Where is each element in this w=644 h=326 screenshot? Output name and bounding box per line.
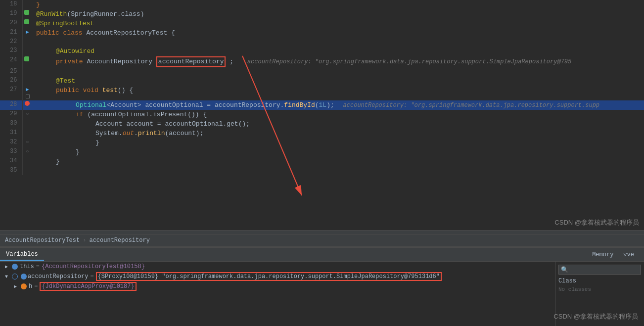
var-value-h: {JdkDynamicAopProxy@10187} (40, 282, 136, 291)
code-line[interactable]: private AccountRepository accountReposit… (32, 56, 644, 67)
gutter-cell (22, 157, 32, 166)
table-row: 18 } (0, 0, 644, 9)
code-line[interactable]: @Test (32, 76, 644, 86)
table-row: 35 (0, 166, 644, 175)
gutter-cell (22, 9, 32, 19)
fold-icon2: ○ (26, 140, 29, 145)
var-label-h: h (29, 283, 32, 290)
code-line[interactable]: public class AccountRepositoryTest { (32, 28, 644, 38)
line-number: 18 (0, 0, 22, 9)
line-number: 30 (0, 119, 22, 129)
table-row: 20 @SpringBootTest (0, 19, 644, 28)
gutter-cell (22, 67, 32, 76)
gutter-cell (22, 100, 32, 110)
var-icon-account2 (21, 274, 27, 279)
code-line[interactable] (32, 38, 644, 47)
gutter-cell (22, 19, 32, 28)
var-icon-account (12, 274, 18, 279)
line-number: 25 (0, 67, 22, 76)
code-line[interactable]: if (accountOptional.isPresent()) { (32, 110, 644, 119)
table-row: 25 (0, 67, 644, 76)
variables-panel[interactable]: ▶ this = {AccountRepositoryTest@10158} ▼… (0, 262, 555, 326)
breadcrumb-field: accountRepository (89, 237, 149, 244)
line-number: 23 (0, 47, 22, 56)
list-item: ▶ h = {JdkDynamicAopProxy@10187} (0, 281, 555, 291)
debug-right-tabs: Memory ▽ve (587, 249, 639, 260)
breakpoint-empty (26, 94, 30, 98)
line-number: 29 (0, 110, 22, 119)
code-section: 18 } 19 @RunWith(SpringRunner.class) (0, 0, 644, 230)
var-icon-this (12, 264, 18, 270)
table-row: 23 @Autowired (0, 47, 644, 56)
breadcrumb-separator: › (83, 237, 86, 244)
code-line[interactable]: @RunWith(SpringRunner.class) (32, 9, 644, 19)
line-number: 24 (0, 56, 22, 67)
watermark: CSDN @拿着核武器的程序员 (554, 218, 639, 227)
table-row: 28 Optional<Account> accountOptional = a… (0, 100, 644, 110)
arrow-icon: ▶ (26, 29, 29, 35)
table-row: 21 ▶ public class AccountRepositoryTest … (0, 28, 644, 38)
line-number: 22 (0, 38, 22, 47)
line-number: 31 (0, 129, 22, 138)
line-number: 27 (0, 86, 22, 100)
watermark-text: CSDN @拿着核武器的程序员 (553, 312, 638, 321)
memory-search-input[interactable] (558, 265, 641, 275)
code-line[interactable] (32, 166, 644, 175)
gutter-cell (22, 0, 32, 9)
debug-section: Variables Memory ▽ve ▶ this = {AccountRe… (0, 247, 644, 326)
breadcrumb-class: AccountRepositoryTest (5, 237, 80, 244)
gutter-cell: ▶ (22, 86, 32, 100)
debug-content: ▶ this = {AccountRepositoryTest@10158} ▼… (0, 262, 644, 326)
var-sep-account: = (90, 273, 93, 280)
horizontal-scrollbar[interactable] (0, 230, 644, 234)
code-line[interactable]: } (32, 147, 644, 157)
memory-no-classes: No classes (558, 286, 641, 292)
table-row: 30 Account account = accountOptional.get… (0, 119, 644, 129)
code-line[interactable]: } (32, 0, 644, 9)
expand-icon-this[interactable]: ▶ (3, 263, 10, 270)
arrow-icon2: ▶ (26, 87, 29, 93)
tab-variables[interactable]: Variables (0, 249, 44, 261)
gutter-cell (22, 129, 32, 138)
table-row: 27 ▶ public void test() { (0, 86, 644, 100)
hint-line24: accountRepository: "org.springframework.… (247, 58, 571, 65)
gutter-cell: ○ (22, 147, 32, 157)
error-icon (25, 101, 30, 106)
var-sep-h: = (34, 283, 38, 290)
memory-class-label: Class (558, 278, 641, 284)
code-line[interactable]: } (32, 138, 644, 147)
line-number: 33 (0, 147, 22, 157)
gutter-cell (22, 56, 32, 67)
code-line[interactable] (32, 67, 644, 76)
line-number: 35 (0, 166, 22, 175)
table-row: 19 @RunWith(SpringRunner.class) (0, 9, 644, 19)
expand-icon-account[interactable]: ▼ (3, 273, 10, 280)
tab-memory[interactable]: Memory (587, 249, 618, 260)
code-line[interactable]: public void test() { (32, 86, 644, 100)
refresh-icon (24, 56, 29, 61)
fold-icon: ○ (26, 111, 29, 117)
var-label-this: this (20, 263, 34, 270)
gutter-cell: ○ (22, 110, 32, 119)
breadcrumb: AccountRepositoryTest › accountRepositor… (0, 234, 644, 247)
table-row: 22 (0, 38, 644, 47)
code-line[interactable]: @SpringBootTest (32, 19, 644, 28)
line-number: 28 (0, 100, 22, 110)
var-value-account: {$Proxy108@10159} "org.springframework.d… (96, 272, 442, 281)
code-line[interactable]: @Autowired (32, 47, 644, 56)
debug-tabs: Variables Memory ▽ve (0, 248, 644, 262)
gutter-cell: ○ (22, 138, 32, 147)
code-table: 18 } 19 @RunWith(SpringRunner.class) (0, 0, 644, 175)
table-row: 34 } (0, 157, 644, 166)
var-value-this: {AccountRepositoryTest@10158} (42, 263, 145, 270)
code-line[interactable]: Optional<Account> accountOptional = acco… (32, 100, 644, 110)
table-row: 29 ○ if (accountOptional.isPresent()) { (0, 110, 644, 119)
code-line[interactable]: } (32, 157, 644, 166)
gutter-cell: ▶ (22, 28, 32, 38)
tab-ve[interactable]: ▽ve (618, 249, 639, 260)
code-line[interactable]: Account account = accountOptional.get(); (32, 119, 644, 129)
line-number: 21 (0, 28, 22, 38)
code-line[interactable]: System.out.println(account); (32, 129, 644, 138)
expand-icon-h[interactable]: ▶ (12, 283, 19, 290)
table-row: 26 @Test (0, 76, 644, 86)
